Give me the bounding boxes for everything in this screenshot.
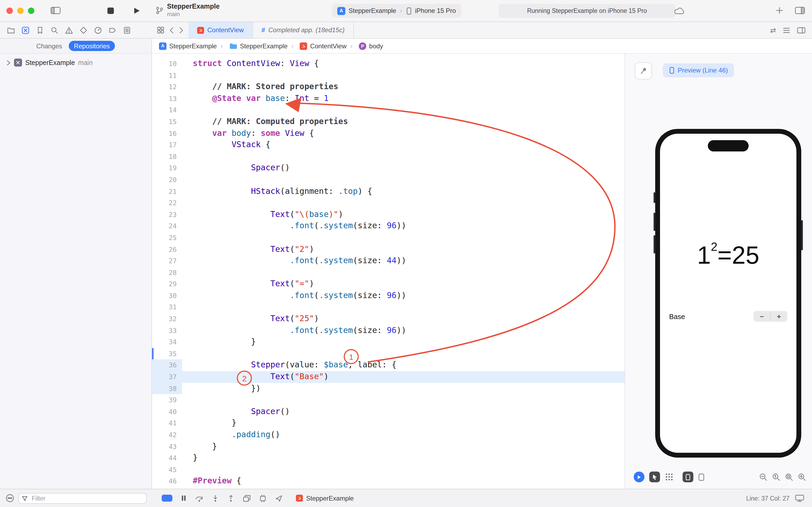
code-line[interactable]: 28 xyxy=(152,267,625,278)
line-number[interactable]: 44 xyxy=(152,452,182,464)
code-line[interactable]: 40 Spacer() xyxy=(152,406,625,417)
code-line[interactable]: 36 Stepper(value: $base, label: { xyxy=(152,359,625,371)
step-over-button[interactable] xyxy=(195,494,204,502)
code-line[interactable]: 16 var body: some View { xyxy=(152,127,625,139)
line-number[interactable]: 25 xyxy=(152,232,182,243)
test-navigator-button[interactable] xyxy=(79,26,88,34)
view-debugger-button[interactable] xyxy=(243,494,251,502)
line-number[interactable]: 29 xyxy=(152,278,182,290)
line-number[interactable]: 36 xyxy=(152,359,182,371)
live-preview-button[interactable] xyxy=(634,471,644,482)
memory-graph-button[interactable] xyxy=(259,494,267,502)
zoom-button[interactable] xyxy=(28,7,35,14)
line-number[interactable]: 40 xyxy=(152,406,182,417)
line-number[interactable]: 42 xyxy=(152,429,182,441)
find-navigator-button[interactable] xyxy=(51,26,59,34)
add-button[interactable] xyxy=(775,6,784,14)
breadcrumb-item-group[interactable]: StepperExample xyxy=(221,42,287,50)
sidebar-tab-repositories[interactable]: Repositories xyxy=(68,41,115,51)
zoom-in-button[interactable] xyxy=(798,472,807,482)
line-number[interactable]: 46 xyxy=(152,475,182,487)
code-line[interactable]: 38 }) xyxy=(152,383,625,394)
adjust-editor-button[interactable]: ⇄ xyxy=(770,26,776,34)
source-control-navigator-button[interactable] xyxy=(21,26,30,34)
code-line[interactable]: 37 Text("Base") xyxy=(152,371,625,383)
code-line[interactable]: 33 .font(.system(size: 96)) xyxy=(152,325,625,336)
tab-contentview[interactable]: ContentView xyxy=(188,22,253,38)
close-button[interactable] xyxy=(6,7,13,14)
code-line[interactable]: 42 .padding() xyxy=(152,429,625,441)
line-number[interactable]: 12 xyxy=(152,81,182,93)
line-number[interactable]: 45 xyxy=(152,464,182,475)
code-line[interactable]: 34 } xyxy=(152,336,625,348)
line-number[interactable]: 39 xyxy=(152,394,182,406)
code-line[interactable]: 32 Text("25") xyxy=(152,313,625,325)
report-navigator-button[interactable] xyxy=(123,26,131,34)
simulate-location-button[interactable] xyxy=(275,494,283,502)
repo-tree-item[interactable]: StepperExample main xyxy=(0,54,152,67)
line-number[interactable]: 13 xyxy=(152,93,182,105)
code-line[interactable]: 23 Text("\(base)") xyxy=(152,209,625,220)
line-number[interactable]: 21 xyxy=(152,185,182,197)
step-out-button[interactable] xyxy=(227,494,235,502)
variants-button[interactable] xyxy=(665,472,674,481)
scm-filter-button[interactable] xyxy=(5,494,14,503)
line-number[interactable]: 32 xyxy=(152,313,182,325)
line-number[interactable]: 20 xyxy=(152,174,182,185)
running-app-label[interactable]: StepperExample xyxy=(296,494,354,502)
line-number[interactable]: 26 xyxy=(152,243,182,255)
project-navigator-button[interactable] xyxy=(7,26,15,34)
zoom-fit-button[interactable] xyxy=(785,472,794,482)
stepper-decrement-button[interactable]: − xyxy=(753,311,770,322)
code-line[interactable]: 29 Text("=") xyxy=(152,278,625,290)
breakpoint-navigator-button[interactable] xyxy=(109,26,117,34)
inspector-toggle-button[interactable] xyxy=(795,6,805,14)
code-line[interactable]: 18 xyxy=(152,151,625,163)
device-settings-button[interactable] xyxy=(683,471,693,482)
line-number[interactable]: 19 xyxy=(152,163,182,174)
line-number[interactable]: 15 xyxy=(152,116,182,127)
editor-overview-button[interactable] xyxy=(157,26,164,34)
debug-area-toggle-button[interactable] xyxy=(162,495,172,502)
code-line[interactable]: 21 HStack(alignment: .top) { xyxy=(152,185,625,197)
breadcrumb-item-project[interactable]: A StepperExample xyxy=(159,42,217,50)
zoom-100-button[interactable] xyxy=(772,472,781,482)
scheme-selector[interactable]: A StepperExample › iPhone 15 Pro xyxy=(332,4,461,18)
preview-line-button[interactable]: Preview (Line 46) xyxy=(663,63,735,77)
stop-button[interactable] xyxy=(107,7,114,14)
line-number[interactable]: 37 xyxy=(152,371,182,383)
display-button[interactable] xyxy=(795,494,805,502)
line-number[interactable]: 43 xyxy=(152,441,182,452)
line-number[interactable]: 17 xyxy=(152,139,182,151)
pause-button[interactable] xyxy=(180,495,187,502)
line-number[interactable]: 41 xyxy=(152,417,182,429)
line-number[interactable]: 23 xyxy=(152,209,182,220)
orientation-button[interactable] xyxy=(698,473,705,481)
editor-options-button[interactable] xyxy=(782,26,791,34)
code-line[interactable]: 20 xyxy=(152,174,625,185)
minimize-button[interactable] xyxy=(17,7,23,14)
code-line[interactable]: 14 xyxy=(152,105,625,116)
pin-preview-button[interactable] xyxy=(635,62,652,79)
run-button[interactable] xyxy=(133,7,140,14)
code-line[interactable]: 19 Spacer() xyxy=(152,163,625,174)
line-number[interactable]: 38 xyxy=(152,383,182,394)
tab-completed-app[interactable]: # Completed app. (18ed15c) xyxy=(253,22,354,38)
line-number[interactable]: 33 xyxy=(152,325,182,336)
code-line[interactable]: 27 .font(.system(size: 44)) xyxy=(152,255,625,267)
navigate-forward-button[interactable] xyxy=(179,26,184,34)
code-line[interactable]: 30 .font(.system(size: 96)) xyxy=(152,290,625,301)
sidebar-toggle-button[interactable] xyxy=(51,6,61,14)
code-line[interactable]: 31 xyxy=(152,301,625,313)
code-editor[interactable]: 10struct ContentView: View {1112 // MARK… xyxy=(152,54,625,489)
code-line[interactable]: 25 xyxy=(152,232,625,243)
line-number[interactable]: 10 xyxy=(152,58,182,69)
code-line[interactable]: 44} xyxy=(152,452,625,464)
code-line[interactable]: 17 VStack { xyxy=(152,139,625,151)
code-line[interactable]: 35 xyxy=(152,348,625,359)
line-number[interactable]: 28 xyxy=(152,267,182,278)
code-line[interactable]: 13 @State var base: Int = 1 xyxy=(152,93,625,105)
line-number[interactable]: 31 xyxy=(152,301,182,313)
line-number[interactable]: 30 xyxy=(152,290,182,301)
breadcrumb-item-file[interactable]: ContentView xyxy=(291,42,347,50)
